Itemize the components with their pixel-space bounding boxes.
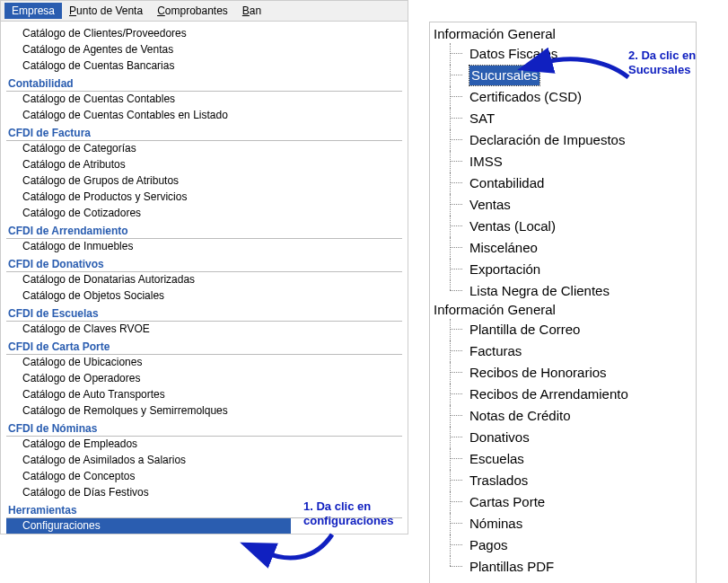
menu-item[interactable]: Catálogo de Auto Transportes: [6, 386, 408, 402]
menu-empresa[interactable]: Empresa: [4, 3, 62, 19]
tree-item-label: Contabilidad: [469, 173, 544, 193]
tree-item[interactable]: Ventas (Local): [432, 216, 694, 237]
tree-item-label: Donativos: [469, 428, 530, 447]
menu-section-header: CFDI de Escuelas: [6, 305, 408, 321]
tree-item[interactable]: Contabilidad: [432, 172, 694, 194]
tree-item-label: Cartas Porte: [469, 492, 545, 512]
tree-item-label: Recibos de Arrendamiento: [469, 384, 628, 404]
arrow-icon: [260, 530, 341, 575]
menu-ban[interactable]: Ban: [235, 3, 268, 19]
tree-item-label: Plantilla de Correo: [469, 320, 580, 340]
tree-item[interactable]: Cartas Porte: [432, 491, 694, 513]
arrow-icon: [539, 52, 637, 88]
tree-item-label: Nóminas: [469, 514, 522, 534]
menu-section-header: CFDI de Arrendamiento: [6, 223, 408, 238]
menu-item[interactable]: Configuraciones: [6, 517, 291, 534]
menu-section-header: CFDI de Nóminas: [6, 420, 408, 436]
tree-item-label: Ventas (Local): [469, 216, 556, 236]
tree-item[interactable]: Facturas: [432, 340, 694, 362]
tree-item-label: SAT: [469, 109, 495, 128]
tree-item[interactable]: Exportación: [432, 259, 694, 280]
tree-item-label: Sucursales: [469, 66, 539, 85]
tree-item-label: Recibos de Honorarios: [469, 363, 607, 383]
menu-punto-de-venta[interactable]: Punto de Venta: [62, 3, 150, 19]
menu-item[interactable]: Catálogo de Remolques y Semirremolques: [6, 402, 408, 419]
menu-item[interactable]: Catálogo de Grupos de Atributos: [6, 172, 408, 189]
tree-item[interactable]: Lista Negra de Clientes: [432, 280, 694, 302]
menubar: Empresa Punto de Venta Comprobantes Ban: [1, 1, 408, 22]
menu-item[interactable]: Catálogo de Asimilados a Salarios: [6, 452, 408, 468]
empresa-dropdown-menu: Empresa Punto de Venta Comprobantes Ban …: [0, 0, 408, 534]
menu-item[interactable]: Catálogo de Operadores: [6, 370, 408, 386]
tree-item[interactable]: Misceláneo: [432, 237, 694, 259]
menu-comprobantes[interactable]: Comprobantes: [150, 3, 235, 19]
tree-item[interactable]: Notas de Crédito: [432, 405, 694, 427]
menu-item[interactable]: Catálogo de Cuentas Contables: [6, 91, 408, 107]
menu-item[interactable]: Catálogo de Donatarias Autorizadas: [6, 271, 408, 287]
menu-list: Catálogo de Clientes/ProveedoresCatálogo…: [1, 22, 408, 534]
tree-item[interactable]: SAT: [432, 108, 694, 129]
tree-item[interactable]: Plantilla de Correo: [432, 319, 694, 340]
menu-item[interactable]: Catálogo de Productos y Servicios: [6, 189, 408, 205]
menu-item[interactable]: Catálogo de Ubicaciones: [6, 354, 408, 370]
tree-item[interactable]: Nóminas: [432, 513, 694, 534]
tree-item-label: Exportación: [469, 260, 540, 279]
tree-group-title[interactable]: Información General: [432, 302, 694, 319]
tree-item[interactable]: Plantillas PDF: [432, 556, 694, 578]
menu-section-header: CFDI de Carta Porte: [6, 339, 408, 354]
menu-item[interactable]: Catálogo de Atributos: [6, 156, 408, 172]
tree-item[interactable]: Pagos: [432, 534, 694, 556]
menu-item[interactable]: Catálogo de Clientes/Proveedores: [6, 25, 408, 41]
menu-item[interactable]: Catálogo de Conceptos: [6, 468, 408, 484]
tree-item-label: Ventas: [469, 195, 511, 215]
menu-item[interactable]: Catálogo de Empleados: [6, 436, 408, 452]
config-tree-panel: Información GeneralDatos FiscalesSucursa…: [429, 22, 697, 583]
tree-item[interactable]: Escuelas: [432, 448, 694, 470]
menu-item[interactable]: Catálogo de Inmuebles: [6, 238, 408, 254]
menu-item[interactable]: Catálogo de Claves RVOE: [6, 321, 408, 337]
tree-item[interactable]: Recibos de Arrendamiento: [432, 384, 694, 405]
menu-item[interactable]: Catálogo de Categorías: [6, 140, 408, 156]
annotation-step-1: 1. Da clic en configuraciones: [303, 499, 411, 527]
menu-item[interactable]: Catálogo de Objetos Sociales: [6, 287, 408, 304]
tree-item-label: Certificados (CSD): [469, 87, 582, 107]
menu-section-header: CFDI de Donativos: [6, 256, 408, 271]
tree-group-title[interactable]: Información General: [432, 26, 694, 43]
tree-item-label: Pagos: [469, 535, 508, 555]
tree-item[interactable]: IMSS: [432, 151, 694, 172]
tree-item-label: Traslados: [469, 471, 528, 490]
annotation-step-2: 2. Da clic en Sucursales: [628, 49, 727, 76]
menu-item[interactable]: Catálogo de Agentes de Ventas: [6, 41, 408, 57]
tree-item-label: Declaración de Impuestos: [469, 130, 625, 150]
menu-section-header: Contabilidad: [6, 75, 408, 91]
menu-section-header: CFDI de Factura: [6, 125, 408, 140]
tree-item[interactable]: Donativos: [432, 427, 694, 448]
menu-item[interactable]: Catálogo de Cuentas Bancarias: [6, 57, 408, 74]
tree-item-label: Plantillas PDF: [469, 557, 554, 577]
tree-item[interactable]: Certificados (CSD): [432, 86, 694, 108]
menu-item[interactable]: Catálogo de Cuentas Contables en Listado: [6, 107, 408, 123]
tree-item[interactable]: Declaración de Impuestos: [432, 129, 694, 151]
tree-item-label: Lista Negra de Clientes: [469, 281, 610, 301]
tree-item-label: IMSS: [469, 152, 503, 172]
tree-item-label: Misceláneo: [469, 238, 538, 258]
tree-item[interactable]: Ventas: [432, 194, 694, 216]
tree-item[interactable]: Recibos de Honorarios: [432, 362, 694, 384]
tree-item-label: Notas de Crédito: [469, 406, 571, 426]
tree-item[interactable]: Traslados: [432, 470, 694, 491]
menu-item[interactable]: Catálogo de Cotizadores: [6, 205, 408, 221]
tree-item-label: Escuelas: [469, 449, 524, 469]
tree-item-label: Facturas: [469, 341, 522, 361]
menu-item[interactable]: Catálogo de Días Festivos: [6, 484, 408, 500]
